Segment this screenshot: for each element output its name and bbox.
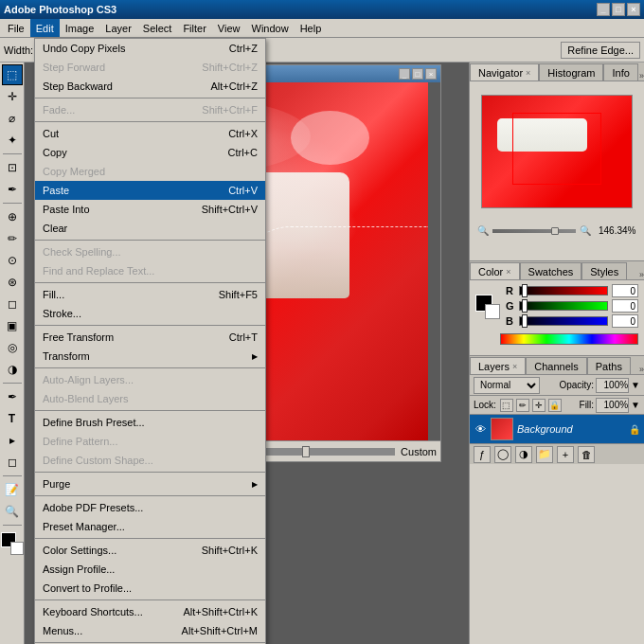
tab-navigator[interactable]: Navigator × [470, 63, 539, 80]
tab-paths[interactable]: Paths [587, 357, 631, 374]
layers-expand-btn[interactable]: » [639, 365, 644, 374]
menu-item-copy[interactable]: Copy Ctrl+C [35, 143, 265, 162]
menu-item-assign-profile[interactable]: Assign Profile... [35, 560, 265, 579]
tab-channels[interactable]: Channels [526, 357, 586, 374]
b-slider-thumb[interactable] [522, 314, 528, 328]
layer-group-btn[interactable]: 📁 [536, 446, 553, 463]
zoom-out-icon[interactable]: 🔍 [477, 225, 489, 236]
menu-help[interactable]: Help [295, 19, 328, 37]
tool-eyedropper[interactable]: ✒ [2, 179, 23, 200]
menu-window[interactable]: Window [246, 19, 295, 37]
layers-blend-mode-select[interactable]: Normal Dissolve Multiply Screen [474, 377, 540, 394]
menu-item-paste-into[interactable]: Paste Into Shift+Ctrl+V [35, 200, 265, 219]
b-slider[interactable] [519, 316, 608, 326]
layers-tab-close[interactable]: × [512, 362, 517, 371]
lock-all-btn[interactable]: 🔒 [548, 399, 562, 412]
menu-item-menus[interactable]: Menus... Alt+Shift+Ctrl+M [35, 621, 265, 640]
doc-minimize-button[interactable]: _ [399, 68, 410, 80]
menu-item-color-settings[interactable]: Color Settings... Shift+Ctrl+K [35, 541, 265, 560]
menu-item-paste[interactable]: Paste Ctrl+V [35, 181, 265, 200]
tool-magic-wand[interactable]: ✦ [2, 130, 23, 151]
tab-histogram[interactable]: Histogram [539, 63, 603, 80]
lock-image-btn[interactable]: ✏ [516, 399, 529, 412]
menu-item-find-replace[interactable]: Find and Replace Text... [35, 261, 265, 280]
tool-type[interactable]: T [2, 408, 23, 429]
minimize-button[interactable]: _ [597, 3, 610, 16]
tool-healing[interactable]: ⊕ [2, 206, 23, 227]
color-expand-btn[interactable]: » [639, 270, 644, 279]
menu-select[interactable]: Select [137, 19, 178, 37]
menu-item-check-spelling[interactable]: Check Spelling... [35, 242, 265, 261]
menu-item-fill[interactable]: Fill... Shift+F5 [35, 285, 265, 304]
menu-item-fade[interactable]: Fade... Shift+Ctrl+F [35, 100, 265, 119]
layer-new-btn[interactable]: + [557, 446, 574, 463]
g-value-input[interactable] [612, 299, 638, 313]
layer-visibility-eye[interactable]: 👁 [474, 422, 487, 436]
tool-gradient[interactable]: ▣ [2, 315, 23, 336]
layer-item-background[interactable]: 👁 Background 🔒 [470, 415, 644, 443]
menu-filter[interactable]: Filter [177, 19, 211, 37]
menu-item-define-pattern[interactable]: Define Pattern... [35, 432, 265, 451]
tool-history[interactable]: ⊛ [2, 272, 23, 293]
menu-item-pdf-presets[interactable]: Adobe PDF Presets... [35, 498, 265, 517]
layer-mask-btn[interactable]: ◯ [494, 446, 511, 463]
fill-arrow[interactable]: ▼ [631, 400, 640, 410]
b-value-input[interactable] [612, 314, 638, 328]
color-background-swatch[interactable] [485, 304, 500, 319]
tab-color[interactable]: Color × [470, 262, 520, 279]
tool-eraser[interactable]: ◻ [2, 294, 23, 314]
tool-dodge[interactable]: ◑ [2, 359, 23, 380]
menu-item-preset-manager[interactable]: Preset Manager... [35, 517, 265, 536]
menu-layer[interactable]: Layer [99, 19, 137, 37]
doc-maximize-button[interactable]: □ [412, 68, 423, 80]
menu-item-cut[interactable]: Cut Ctrl+X [35, 124, 265, 143]
color-tab-close[interactable]: × [506, 267, 510, 277]
menu-item-clear[interactable]: Clear [35, 219, 265, 238]
menu-edit[interactable]: Edit [30, 19, 60, 37]
tab-styles[interactable]: Styles [581, 262, 627, 279]
opacity-arrow[interactable]: ▼ [631, 380, 640, 390]
tab-layers[interactable]: Layers × [470, 357, 526, 374]
r-value-input[interactable] [612, 284, 638, 297]
background-color[interactable] [10, 542, 24, 555]
zoom-slider-thumb[interactable] [551, 227, 559, 235]
tool-notes[interactable]: 📝 [2, 479, 23, 500]
menu-item-step-backward[interactable]: Step Backward Alt+Ctrl+Z [35, 77, 265, 96]
refine-edge-button[interactable]: Refine Edge... [561, 42, 640, 59]
menu-item-auto-align[interactable]: Auto-Align Layers... [35, 370, 265, 389]
tool-pen[interactable]: ✒ [2, 386, 23, 407]
color-spectrum[interactable] [500, 333, 638, 345]
tool-zoom[interactable]: 🔍 [2, 501, 23, 522]
lock-transparency-btn[interactable]: ⬚ [500, 399, 513, 412]
menu-item-transform[interactable]: Transform ▶ [35, 347, 265, 366]
menu-view[interactable]: View [212, 19, 246, 37]
menu-item-define-brush[interactable]: Define Brush Preset... [35, 413, 265, 432]
r-slider[interactable] [519, 286, 608, 295]
lock-position-btn[interactable]: ✛ [532, 399, 546, 412]
menu-item-keyboard-shortcuts[interactable]: Keyboard Shortcuts... Alt+Shift+Ctrl+K [35, 602, 265, 621]
tool-move[interactable]: ✛ [2, 86, 23, 107]
tool-marquee[interactable]: ⬚ [2, 64, 23, 85]
tool-brush[interactable]: ✏ [2, 228, 23, 249]
menu-item-copy-merged[interactable]: Copy Merged [35, 162, 265, 181]
menu-item-purge[interactable]: Purge ▶ [35, 474, 265, 493]
g-slider[interactable] [519, 301, 608, 311]
fill-input[interactable] [596, 398, 629, 413]
menu-item-auto-blend[interactable]: Auto-Blend Layers [35, 389, 265, 408]
doc-close-button[interactable]: × [425, 68, 437, 80]
tool-path-selection[interactable]: ▸ [2, 430, 23, 451]
zoom-in-icon[interactable]: 🔍 [580, 225, 591, 236]
layer-delete-btn[interactable]: 🗑 [578, 446, 595, 463]
menu-item-stroke[interactable]: Stroke... [35, 304, 265, 323]
tool-blur[interactable]: ◎ [2, 337, 23, 358]
r-slider-thumb[interactable] [522, 284, 528, 297]
tool-clone[interactable]: ⊙ [2, 250, 23, 271]
menu-file[interactable]: File [2, 19, 30, 37]
tool-crop[interactable]: ⊡ [2, 157, 23, 178]
tool-lasso[interactable]: ⌀ [2, 108, 23, 129]
menu-item-undo[interactable]: Undo Copy Pixels Ctrl+Z [35, 39, 265, 58]
maximize-button[interactable]: □ [612, 3, 625, 16]
tool-shape[interactable]: ◻ [2, 452, 23, 473]
menu-item-step-forward[interactable]: Step Forward Shift+Ctrl+Z [35, 58, 265, 77]
menu-image[interactable]: Image [60, 19, 100, 37]
